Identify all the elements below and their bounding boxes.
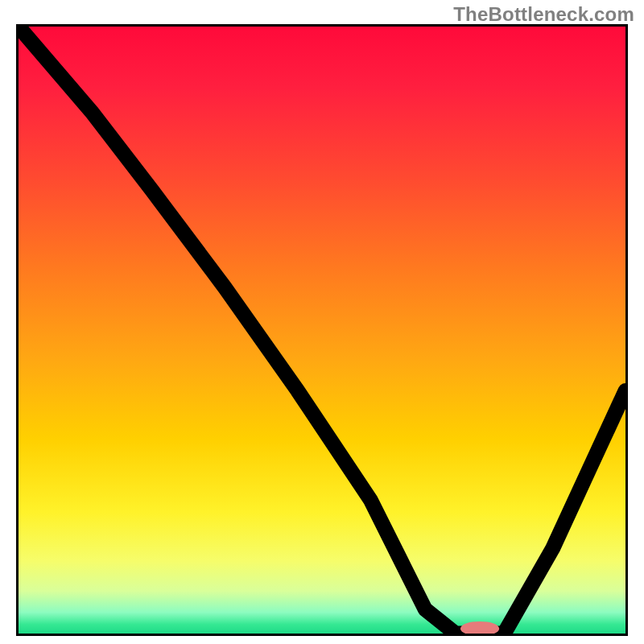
plot-svg	[19, 27, 625, 634]
plot-area	[16, 24, 628, 636]
watermark-text: TheBottleneck.com	[453, 3, 634, 26]
chart-container: TheBottleneck.com	[0, 0, 644, 644]
gradient-fill	[19, 27, 625, 634]
